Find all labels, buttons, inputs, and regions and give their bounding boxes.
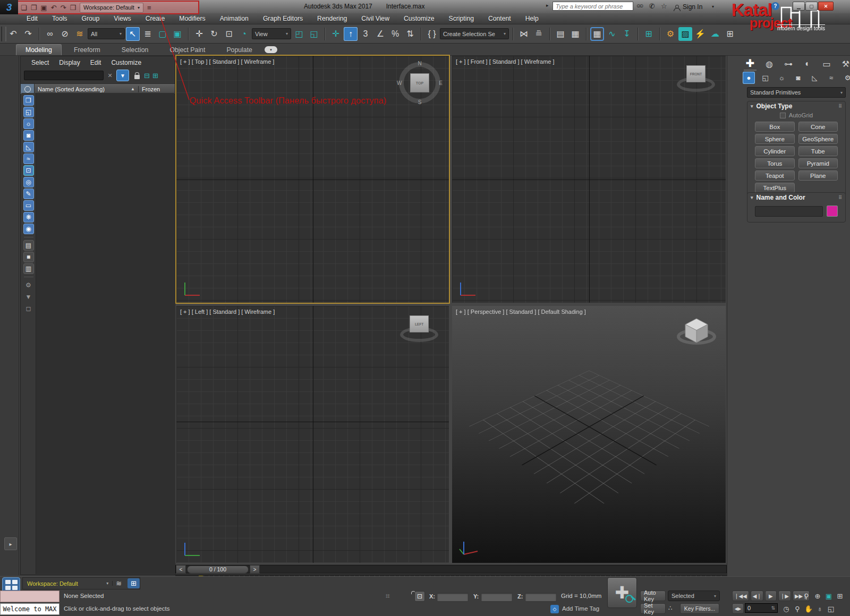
add-time-tag[interactable]: Add Time Tag	[562, 605, 599, 612]
redo-qat-icon[interactable]: ↷	[61, 4, 66, 12]
redo-icon[interactable]: ↷	[21, 27, 35, 41]
material-view-icon[interactable]: ■	[23, 252, 34, 262]
render-production-icon[interactable]: ⚡	[693, 27, 707, 41]
lock-explorer-icon[interactable]	[134, 75, 140, 79]
set-keys-button[interactable]: ✚	[607, 577, 637, 608]
display-helpers-icon[interactable]: ◺	[23, 142, 34, 152]
workspace-caret-icon[interactable]: ▾	[103, 581, 113, 586]
schematic-view-icon[interactable]: ↧	[620, 27, 634, 41]
viewcube-face[interactable]: FRONT	[686, 65, 706, 82]
render-setup-icon[interactable]: ⚙	[664, 27, 677, 41]
align-icon[interactable]: ≞	[532, 27, 546, 41]
spinner-icon[interactable]: ⇅	[771, 605, 775, 611]
auto-key-button[interactable]: Auto Key	[640, 591, 666, 601]
field-of-view-icon[interactable]: ⚲	[792, 603, 803, 614]
rollout-grip-icon[interactable]: ⠿	[838, 195, 842, 200]
open-file-icon[interactable]: ❐	[31, 4, 37, 12]
mirror-icon[interactable]: ⋈	[517, 27, 531, 41]
dock-expand-button[interactable]: ▸	[4, 537, 17, 550]
container-icon[interactable]: ◻	[23, 303, 34, 314]
menu-item[interactable]: Scripting	[449, 15, 474, 22]
go-to-start-button[interactable]: ❘◀◀	[732, 591, 749, 601]
zoom-all-icon[interactable]: ⊕	[812, 591, 823, 601]
3dsmax-logo[interactable]: 3	[0, 0, 18, 14]
ribbon-toggle-icon[interactable]: ▦	[590, 27, 604, 41]
select-and-link-icon[interactable]: ∞	[43, 27, 57, 41]
undo-qat-icon[interactable]: ↶	[51, 4, 57, 12]
ribbon-tab[interactable]: Freeform	[65, 45, 109, 55]
time-slider-handle[interactable]: 0 / 100	[187, 566, 249, 574]
key-set-dropdown[interactable]: Selected	[668, 591, 720, 601]
menu-item[interactable]: Animation	[220, 15, 249, 22]
object-type-header[interactable]: ▾ Object Type ⠿	[747, 101, 845, 111]
hierarchy-view-icon[interactable]: ⊟	[144, 72, 150, 80]
spinner-snap-icon[interactable]: ⇅	[403, 27, 417, 41]
explorer-object-list[interactable]	[36, 93, 174, 574]
menu-item[interactable]: Customize	[404, 15, 435, 22]
layer-manager-icon[interactable]: ≋	[113, 579, 125, 587]
explorer-menu-item[interactable]: Display	[59, 59, 80, 66]
strip-divider[interactable]	[24, 277, 33, 277]
maximize-viewport-icon[interactable]: ◱	[826, 603, 836, 614]
display-containers-icon[interactable]: ▭	[23, 200, 34, 211]
snap-toggle-icon[interactable]: ↑	[344, 27, 358, 41]
space-warps-subtab-icon[interactable]: ≈	[825, 72, 837, 84]
help-icon[interactable]: ?	[771, 2, 779, 10]
ribbon-minimize-icon[interactable]: ▾	[265, 46, 277, 53]
object-type-button[interactable]: Teapot	[755, 170, 795, 181]
toolbar-drag-handle[interactable]	[1, 27, 6, 41]
viewport-top[interactable]: [ + ] [ Top ] [ Standard ] [ Wireframe ]…	[176, 56, 449, 303]
object-type-button[interactable]: Sphere	[755, 134, 795, 144]
detail-view-icon[interactable]: ▥	[23, 263, 34, 274]
workspaces-button[interactable]	[2, 577, 20, 592]
menu-item[interactable]: Modifiers	[179, 15, 205, 22]
object-name-input[interactable]	[755, 206, 823, 217]
sign-in-button[interactable]: Sign In	[683, 3, 702, 11]
select-and-scale-icon[interactable]: ⊡	[222, 27, 236, 41]
maxscript-listener-text[interactable]: Welcome to MAX	[0, 603, 60, 615]
object-type-button[interactable]: Pyramid	[798, 158, 838, 168]
time-slider-next-button[interactable]: >	[250, 565, 260, 574]
object-type-button[interactable]: Box	[755, 122, 795, 132]
favorites-icon[interactable]: ☆	[661, 2, 667, 10]
viewport-top-label[interactable]: [ + ] [ Top ] [ Standard ] [ Wireframe ]	[180, 58, 274, 65]
object-type-button[interactable]: GeoSphere	[798, 134, 838, 144]
viewport-left[interactable]: [ + ] [ Left ] [ Standard ] [ Wireframe …	[176, 306, 449, 563]
cameras-subtab-icon[interactable]: ◙	[792, 72, 804, 84]
display-groups-icon[interactable]: ⊡	[23, 165, 34, 176]
time-slider-prev-button[interactable]: <	[176, 565, 186, 574]
menu-item[interactable]: Graph Editors	[263, 15, 303, 22]
undo-icon[interactable]: ↶	[6, 27, 20, 41]
clear-search-icon[interactable]: ✕	[106, 72, 114, 79]
curve-editor-icon[interactable]: ∿	[605, 27, 619, 41]
unlink-selection-icon[interactable]: ⊘	[58, 27, 72, 41]
menu-item[interactable]: Civil View	[361, 15, 389, 22]
helpers-subtab-icon[interactable]: ◺	[809, 72, 821, 84]
time-tag-icon[interactable]: ◇	[550, 605, 559, 613]
select-and-move-icon[interactable]: ✛	[192, 27, 206, 41]
x-coordinate-field[interactable]	[437, 593, 469, 602]
filter-icon[interactable]: ▼	[23, 292, 34, 302]
frozen-column-header[interactable]: Frozen	[138, 86, 175, 92]
use-pivot-point-icon[interactable]: ◰	[292, 27, 306, 41]
play-button[interactable]: ▶	[765, 591, 777, 601]
scene-explorer-dock-icon[interactable]: ⊞	[128, 578, 140, 588]
named-selection-sets-icon[interactable]: { }	[425, 27, 439, 41]
isolate-selection-icon[interactable]: ⌗	[386, 592, 390, 601]
motion-tab-icon[interactable]: ◐	[801, 57, 814, 70]
display-shapes-icon[interactable]: ◱	[23, 107, 34, 117]
object-type-button[interactable]: TextPlus	[755, 183, 795, 193]
viewport-front-label[interactable]: [ + ] [ Front ] [ Standard ] [ Wireframe…	[456, 58, 555, 65]
communication-center-icon[interactable]: ✆	[649, 2, 655, 10]
rollout-grip-icon[interactable]: ⠿	[838, 104, 842, 109]
menu-item[interactable]: Rendering	[317, 15, 347, 22]
rectangular-selection-region-icon[interactable]: ▢	[156, 27, 169, 41]
display-tab-icon[interactable]: ▭	[820, 57, 833, 70]
current-frame-field[interactable]: 0 ⇅	[745, 603, 778, 613]
bind-to-space-warp-icon[interactable]: ≋	[73, 27, 87, 41]
menu-item[interactable]: Edit	[27, 15, 38, 22]
display-space-warps-icon[interactable]: ≈	[23, 153, 34, 164]
viewcube-face[interactable]: TOP	[410, 73, 429, 92]
time-configuration-icon[interactable]: ◷	[781, 603, 792, 614]
workspace-dropdown[interactable]: Workspace: Default	[80, 3, 143, 13]
